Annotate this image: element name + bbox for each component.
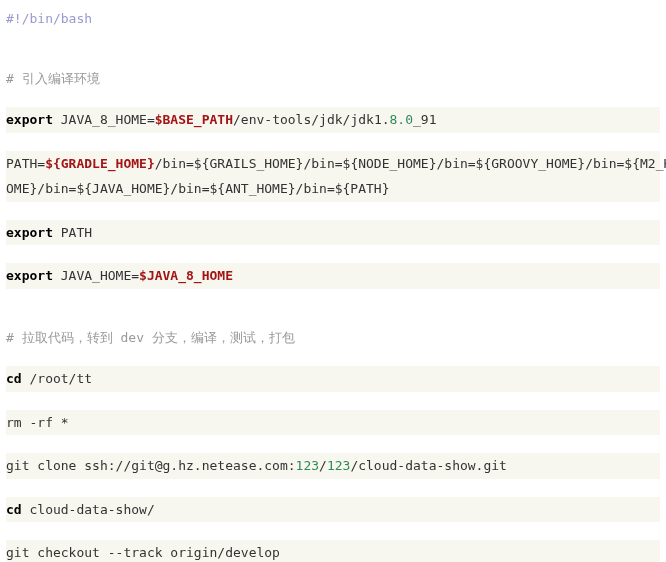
code-line-path-1: PATH=${GRADLE_HOME}/bin=${GRAILS_HOME}/b… [6, 151, 660, 177]
comment-text: 引入编译环境 [22, 71, 100, 86]
path-prefix: PATH= [6, 156, 45, 171]
code-line-comment-1: # 引入编译环境 [6, 68, 660, 90]
code-line-path-2: OME}/bin=${JAVA_HOME}/bin=${ANT_HOME}/bi… [6, 176, 660, 202]
cd-path: /root/tt [22, 371, 92, 386]
rm-command: rm -rf * [6, 415, 69, 430]
comment-text: 拉取代码，转到 [22, 330, 121, 345]
comment-dev: dev [120, 330, 151, 345]
blank-gap [6, 30, 660, 68]
variable-gradlehome: ${GRADLE_HOME} [45, 156, 155, 171]
version-num: 8.0 [390, 112, 413, 127]
code-line-cd-root: cd /root/tt [6, 366, 660, 392]
code-line-export-javahome: export JAVA_HOME=$JAVA_8_HOME [6, 263, 660, 289]
variable-basepath: $BASE_PATH [155, 112, 233, 127]
code-line-shebang: #!/bin/bash [6, 8, 660, 30]
blank-gap [6, 289, 660, 327]
blank-gap [6, 133, 660, 151]
blank-gap [6, 479, 660, 497]
path-segment: /env-tools/jdk/jdk1. [233, 112, 390, 127]
export-path-text: PATH [53, 225, 92, 240]
git-clone-text: /cloud-data-show.git [350, 458, 507, 473]
keyword-cd: cd [6, 371, 22, 386]
blank-gap [6, 522, 660, 540]
assign-text: JAVA_8_HOME= [53, 112, 155, 127]
blank-gap [6, 245, 660, 263]
cd-path: cloud-data-show/ [22, 502, 155, 517]
code-line-export-path: export PATH [6, 220, 660, 246]
port-num: 123 [296, 458, 319, 473]
code-line-export-java8: export JAVA_8_HOME=$BASE_PATH/env-tools/… [6, 107, 660, 133]
slash: / [319, 458, 327, 473]
comment-hash: # [6, 71, 22, 86]
comment-text: 分支，编译，测试，打包 [152, 330, 295, 345]
code-line-git-checkout: git checkout --track origin/develop [6, 540, 660, 562]
comment-hash: # [6, 330, 22, 345]
blank-gap [6, 89, 660, 107]
code-line-git-clone: git clone ssh://git@g.hz.netease.com:123… [6, 453, 660, 479]
code-line-rm: rm -rf * [6, 410, 660, 436]
keyword-cd: cd [6, 502, 22, 517]
blank-gap [6, 435, 660, 453]
keyword-export: export [6, 268, 53, 283]
path-num: 123 [327, 458, 350, 473]
path-segment: _91 [413, 112, 436, 127]
variable-java8home: $JAVA_8_HOME [139, 268, 233, 283]
code-line-cd-show: cd cloud-data-show/ [6, 497, 660, 523]
code-line-comment-2: # 拉取代码，转到 dev 分支，编译，测试，打包 [6, 327, 660, 349]
blank-gap [6, 202, 660, 220]
keyword-export: export [6, 225, 53, 240]
blank-gap [6, 348, 660, 366]
keyword-export: export [6, 112, 53, 127]
shebang-text: #!/bin/bash [6, 11, 92, 26]
assign-text: JAVA_HOME= [53, 268, 139, 283]
git-clone-text: git clone ssh://git@g.hz.netease.com: [6, 458, 296, 473]
path-segment: /bin=${GRAILS_HOME}/bin=${NODE_HOME}/bin… [155, 156, 666, 171]
git-checkout-text: git checkout --track origin/develop [6, 545, 280, 560]
blank-gap [6, 392, 660, 410]
path-segment: OME}/bin=${JAVA_HOME}/bin=${ANT_HOME}/bi… [6, 181, 390, 196]
